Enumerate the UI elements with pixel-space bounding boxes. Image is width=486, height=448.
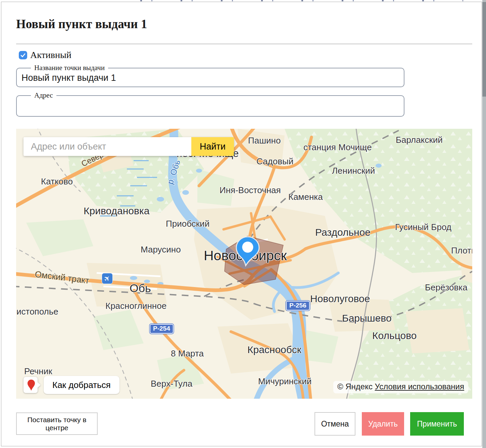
airport-icon: ✈ (102, 273, 113, 284)
map-canvas[interactable]: пос. МочищеПашиностанция МочищеБарлакски… (16, 129, 472, 399)
set-point-center-button[interactable]: Поставить точку в центре (16, 412, 98, 435)
page-title: Новый пункт выдачи 1 (16, 17, 147, 31)
cancel-button[interactable]: Отмена (314, 412, 355, 436)
yandex-maps-logo-icon (23, 376, 42, 394)
directions-button[interactable]: Как добраться (23, 376, 119, 394)
name-input[interactable] (17, 73, 395, 86)
checkmark-icon (20, 52, 26, 58)
name-field-group: Название точки выдачи (16, 64, 404, 87)
pickup-point-modal: Новый пункт выдачи 1 Активный Название т… (1, 2, 482, 446)
map-pin[interactable] (231, 229, 268, 271)
map-find-button[interactable]: Найти (191, 137, 234, 156)
directions-button-label[interactable]: Как добраться (44, 376, 119, 394)
active-checkbox-row: Активный (19, 50, 71, 60)
terms-of-use-link[interactable]: Условия использования (375, 382, 464, 391)
address-field-label: Адрес (31, 91, 56, 100)
map-search-input[interactable] (23, 137, 191, 156)
apply-button[interactable]: Применить (410, 412, 464, 436)
name-field-label: Название точки выдачи (31, 64, 108, 72)
map-attribution: © Яндекс Условия использования (333, 381, 468, 393)
address-input[interactable] (17, 100, 395, 113)
title-divider (16, 44, 472, 44)
map-search-bar: Найти (23, 137, 234, 156)
active-checkbox[interactable] (19, 51, 27, 59)
page-behind-fragment (128, 0, 463, 1)
address-field-group: Адрес (16, 91, 404, 117)
delete-button[interactable]: Удалить (362, 412, 404, 436)
active-checkbox-label[interactable]: Активный (30, 50, 71, 60)
copyright-text: © Яндекс (337, 382, 373, 391)
page-scrollbar-thumb[interactable] (482, 2, 486, 97)
